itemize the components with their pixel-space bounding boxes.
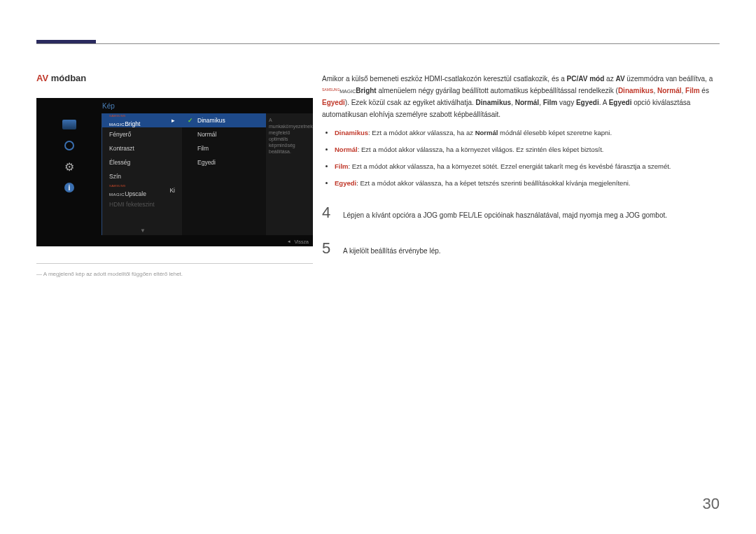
step-number: 4 — [322, 199, 333, 225]
scroll-down-icon: ▼ — [140, 227, 146, 234]
osd-footer: ◂ Vissza — [36, 237, 313, 246]
menu-item-szin[interactable]: Szín — [102, 169, 182, 183]
osd-sidebar: ⚙ i — [36, 113, 102, 235]
menu-item-magicbright[interactable]: SAMSUNGMAGICBright ▸ — [102, 113, 182, 127]
mode-bullet-list: Dinamikus: Ezt a módot akkor válassza, h… — [335, 127, 718, 190]
menu-item-kontraszt[interactable]: Kontraszt — [102, 141, 182, 155]
step-5: 5 A kijelölt beállítás érvénybe lép. — [322, 235, 718, 261]
osd-menu-column: SAMSUNGMAGICBright ▸ Fényerő Kontraszt É… — [102, 113, 182, 235]
menu-item-hdmi: HDMI feketeszint — [102, 197, 182, 211]
menu-value: Ki — [169, 187, 175, 194]
menu-label: SAMSUNGMAGICUpscale — [109, 183, 146, 197]
bullet-film: Film: Ezt a módot akkor válassza, ha a k… — [335, 161, 718, 172]
step-text: A kijelölt beállítás érvénybe lép. — [343, 245, 441, 257]
menu-item-magicupscale[interactable]: SAMSUNGMAGICUpscale Ki — [102, 183, 182, 197]
osd-screenshot: Kép ⚙ i SAMSUNGMAGICBright ▸ Fényerő Kon… — [36, 98, 313, 246]
info-icon: i — [62, 182, 76, 193]
gear-icon: ⚙ — [62, 161, 76, 172]
page-number: 30 — [703, 495, 720, 513]
osd-description: A munkakörnyezetnek megfelelő optimális … — [266, 113, 313, 235]
monitor-icon — [62, 119, 76, 130]
header-divider — [36, 43, 720, 45]
bullet-normal: Normál: Ezt a módot akkor válassza, ha a… — [335, 144, 718, 155]
osd-title: Kép — [102, 102, 115, 110]
submenu-normal[interactable]: Normál — [182, 127, 266, 141]
submenu-film[interactable]: Film — [182, 141, 266, 155]
section-title-rest: módban — [48, 73, 86, 83]
menu-item-elesseg[interactable]: Élesség — [102, 155, 182, 169]
menu-label: SAMSUNGMAGICBright — [109, 113, 140, 127]
submenu-egyedi[interactable]: Egyedi — [182, 155, 266, 169]
step-4: 4 Lépjen a kívánt opcióra a JOG gomb FEL… — [322, 199, 718, 225]
target-icon — [62, 140, 76, 151]
submenu-dinamikus[interactable]: Dinamikus — [182, 113, 266, 127]
osd-submenu-column: Dinamikus Normál Film Egyedi — [182, 113, 266, 235]
bullet-egyedi: Egyedi: Ezt a módot akkor válassza, ha a… — [335, 178, 718, 189]
content-column: Amikor a külső bemeneti eszköz HDMI-csat… — [322, 73, 718, 271]
footnote: ― A megjelenő kép az adott modelltől füg… — [36, 263, 313, 277]
section-title: AV módban — [36, 73, 86, 83]
step-number: 5 — [322, 235, 333, 261]
chevron-right-icon: ▸ — [172, 117, 175, 124]
bullet-dinamikus: Dinamikus: Ezt a módot akkor válassza, h… — [335, 127, 718, 139]
menu-item-fenyero[interactable]: Fényerő — [102, 127, 182, 141]
footer-back-label: Vissza — [295, 239, 309, 244]
step-text: Lépjen a kívánt opcióra a JOG gomb FEL/L… — [343, 209, 667, 221]
nav-left-icon: ◂ — [288, 239, 290, 244]
section-title-highlight: AV — [36, 73, 48, 83]
intro-paragraph: Amikor a külső bemeneti eszköz HDMI-csat… — [322, 73, 718, 120]
